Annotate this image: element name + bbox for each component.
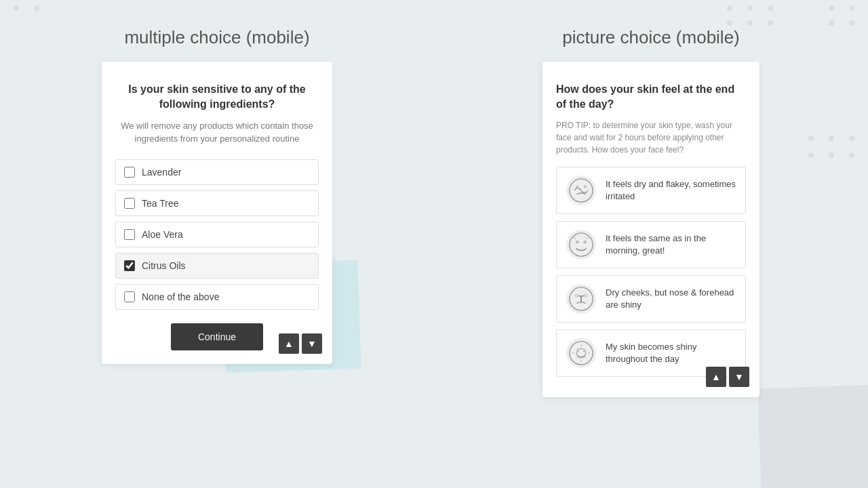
checkbox-lavender[interactable] (124, 167, 135, 178)
label-lavender: Lavender (142, 167, 181, 178)
left-card-wrapper: Is your skin sensitive to any of the fol… (102, 62, 332, 364)
right-nav-up[interactable]: ▲ (706, 367, 726, 387)
text-shiny-day: My skin becomes shiny throughout the day (606, 341, 736, 365)
label-citrus-oils: Citrus Oils (142, 260, 186, 271)
svg-point-1 (576, 185, 578, 188)
left-panel-title: multiple choice (mobile) (124, 27, 309, 48)
left-nav-up[interactable]: ▲ (279, 333, 299, 354)
svg-point-9 (585, 294, 587, 297)
option-citrus-oils[interactable]: Citrus Oils (115, 253, 319, 279)
left-question-title: Is your skin sensitive to any of the fol… (115, 82, 319, 113)
left-panel: multiple choice (mobile) Is your skin se… (0, 0, 434, 488)
checkbox-none[interactable] (124, 291, 135, 302)
choice-same-morning[interactable]: It feels the same as in the morning, gre… (556, 221, 746, 268)
option-none[interactable]: None of the above (115, 284, 319, 310)
svg-point-8 (575, 294, 578, 297)
left-nav-down[interactable]: ▼ (302, 333, 322, 354)
text-same-morning: It feels the same as in the morning, gre… (606, 232, 736, 257)
right-nav-arrows: ▲ ▼ (706, 367, 749, 387)
svg-point-12 (577, 350, 579, 352)
label-none: None of the above (142, 291, 219, 302)
svg-point-4 (576, 241, 579, 244)
icon-shiny-day (566, 338, 596, 368)
right-pro-tip: PRO TIP: to determine your skin type, wa… (556, 119, 746, 156)
option-aloe-vera[interactable]: Aloe Vera (115, 222, 319, 247)
label-aloe-vera: Aloe Vera (142, 229, 183, 240)
icon-dry-cheeks: T (566, 284, 596, 314)
right-panel: picture choice (mobile) How does your sk… (434, 0, 868, 488)
right-nav-down[interactable]: ▼ (729, 367, 749, 387)
picture-choice-list: It feels dry and flakey, sometimes irrit… (556, 167, 746, 377)
main-layout: multiple choice (mobile) Is your skin se… (0, 0, 868, 488)
checkbox-list: Lavender Tea Tree Aloe Vera (115, 159, 319, 310)
left-nav-arrows: ▲ ▼ (279, 333, 322, 354)
right-mobile-card: How does your skin feel at the end of th… (542, 62, 760, 397)
option-tea-tree[interactable]: Tea Tree (115, 190, 319, 216)
icon-dry-flaky (566, 176, 596, 205)
text-dry-flaky: It feels dry and flakey, sometimes irrit… (606, 178, 736, 203)
checkbox-tea-tree[interactable] (124, 198, 135, 209)
svg-point-5 (583, 241, 587, 244)
checkbox-aloe-vera[interactable] (124, 229, 135, 240)
left-question-subtitle: We will remove any products which contai… (115, 119, 319, 146)
continue-button[interactable]: Continue (171, 323, 263, 350)
checkbox-citrus-oils[interactable] (124, 260, 135, 271)
svg-point-2 (584, 185, 587, 188)
choice-dry-cheeks[interactable]: T Dry cheeks, but nose & forehead are sh… (556, 275, 746, 323)
svg-point-3 (570, 233, 593, 256)
left-mobile-card: Is your skin sensitive to any of the fol… (102, 62, 332, 364)
choice-dry-flaky[interactable]: It feels dry and flakey, sometimes irrit… (556, 167, 746, 214)
svg-point-13 (583, 350, 585, 352)
right-panel-title: picture choice (mobile) (562, 27, 740, 48)
icon-same-morning (566, 230, 596, 260)
option-lavender[interactable]: Lavender (115, 159, 319, 185)
right-question-title: How does your skin feel at the end of th… (556, 82, 746, 113)
label-tea-tree: Tea Tree (142, 198, 178, 209)
text-dry-cheeks: Dry cheeks, but nose & forehead are shin… (606, 287, 736, 311)
right-card-wrapper: How does your skin feel at the end of th… (542, 62, 760, 397)
